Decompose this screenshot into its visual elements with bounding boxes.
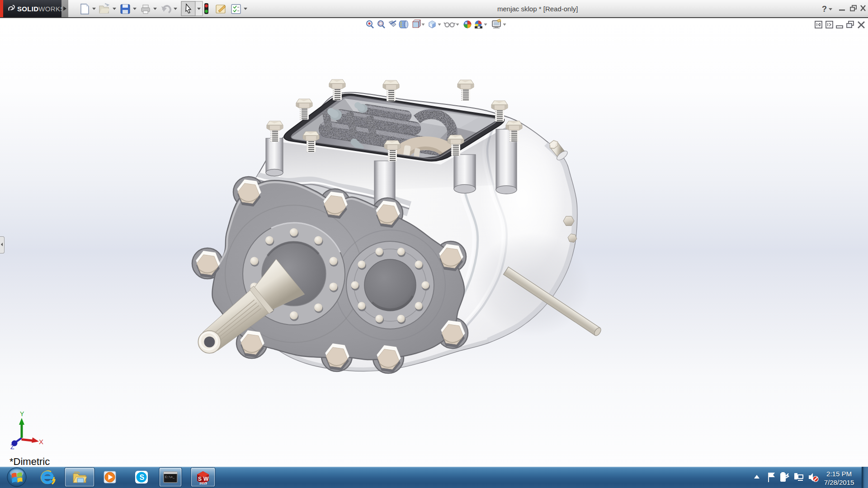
svg-text:Z: Z xyxy=(10,443,14,450)
svg-text:Y: Y xyxy=(20,410,24,418)
svg-text:S: S xyxy=(140,474,145,481)
svg-text:C:\>_: C:\>_ xyxy=(165,475,175,479)
svg-text:X: X xyxy=(39,438,43,446)
svg-text:2015: 2015 xyxy=(199,481,207,485)
svg-text:?: ? xyxy=(822,5,827,14)
